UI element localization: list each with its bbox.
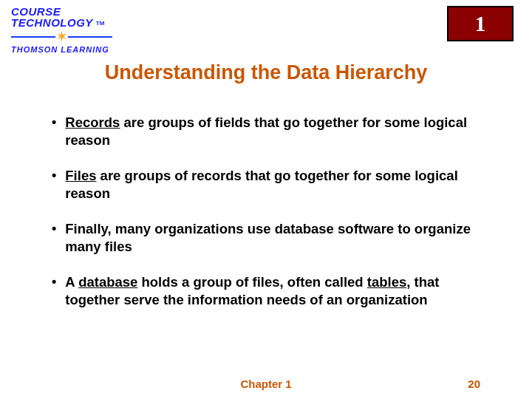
chapter-number-badge: 1 <box>447 6 514 41</box>
logo-line2: TECHNOLOGY <box>11 17 93 28</box>
publisher-logo: COURSE TECHNOLOGY TM ✶ THOMSON LEARNING <box>11 6 112 54</box>
slide-content: • Records are groups of fields that go t… <box>0 84 532 309</box>
logo-line1: COURSE <box>11 6 61 17</box>
slide-title: Understanding the Data Hierarchy <box>0 61 532 84</box>
bullet-4: • A database holds a group of files, oft… <box>52 273 480 309</box>
footer-page-number: 20 <box>468 378 480 390</box>
bullet-icon: • <box>52 273 56 290</box>
bullet-1: • Records are groups of fields that go t… <box>52 114 480 149</box>
logo-line3: THOMSON LEARNING <box>11 45 109 54</box>
trademark: TM <box>96 20 105 27</box>
footer-chapter-label: Chapter 1 <box>240 378 291 390</box>
bullet-icon: • <box>52 220 56 237</box>
bullet-icon: • <box>52 167 56 184</box>
bullet-2: • Files are groups of records that go to… <box>52 167 480 202</box>
slide-footer: Chapter 1 20 <box>0 378 532 390</box>
slide-header: COURSE TECHNOLOGY TM ✶ THOMSON LEARNING … <box>0 0 532 54</box>
bullet-icon: • <box>52 114 56 131</box>
logo-divider: ✶ <box>11 30 112 44</box>
bullet-3: • Finally, many organizations use databa… <box>52 220 480 256</box>
star-icon: ✶ <box>57 30 66 44</box>
